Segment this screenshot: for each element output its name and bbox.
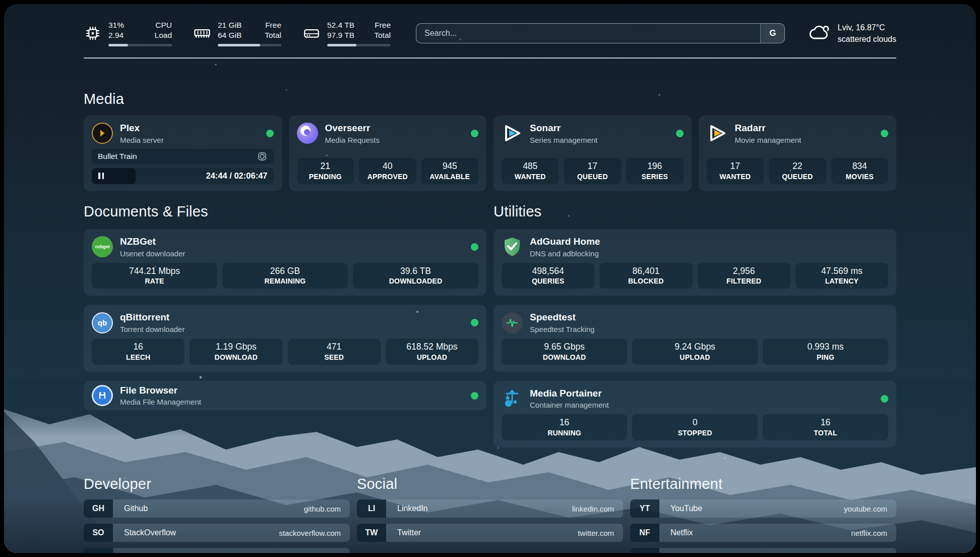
- documents-section-title: Documents & Files: [84, 203, 486, 220]
- service-card-nzbget[interactable]: nzbget NZBGet Usenet downloader 744.21 M…: [84, 229, 486, 296]
- cpu-usage-value: 31%: [108, 20, 124, 30]
- service-card-adguard[interactable]: AdGuard Home DNS and adblocking 498,564 …: [494, 229, 896, 296]
- stat-box: 618.52 Mbps UPLOAD: [386, 339, 478, 365]
- header-divider: [84, 58, 896, 59]
- load-label: Load: [155, 30, 172, 40]
- service-description: DNS and adblocking: [530, 249, 600, 258]
- ram-total-value: 64 GiB: [218, 30, 241, 40]
- stat-label: WANTED: [709, 172, 762, 182]
- search-input[interactable]: [416, 24, 760, 43]
- stat-box: 0.993 ms PING: [763, 339, 888, 365]
- stat-value: 47.569 ms: [798, 265, 886, 277]
- status-online-dot: [881, 130, 888, 137]
- stat-label: LATENCY: [798, 276, 886, 286]
- status-online-dot: [676, 130, 684, 137]
- bookmark-name: YouTube: [670, 504, 702, 513]
- bookmark-name: Twitter: [397, 528, 421, 537]
- stat-box: 9.65 Gbps DOWNLOAD: [502, 339, 627, 365]
- sonarr-icon: [502, 123, 523, 144]
- playback-progress-bar[interactable]: 24:44 / 02:06:47: [92, 168, 274, 184]
- stat-value: 9.65 Gbps: [504, 341, 625, 353]
- stat-label: REMAINING: [224, 276, 346, 286]
- weather-location-temperature: Lviv, 16.87°C: [837, 22, 896, 33]
- bookmark-github[interactable]: GH Github github.com: [84, 499, 350, 518]
- playback-time: 24:44 / 02:06:47: [206, 171, 273, 181]
- stat-box: 1.19 Gbps DOWNLOAD: [190, 339, 282, 365]
- stat-box: 498,564 QUERIES: [502, 263, 594, 289]
- stat-label: LEECH: [94, 353, 182, 362]
- stat-value: 0.993 ms: [765, 341, 886, 353]
- cpu-progress-track: [108, 44, 172, 46]
- stat-value: 40: [361, 160, 414, 172]
- bookmark-abbr: GH: [84, 499, 113, 518]
- bookmark-linkedin[interactable]: LI LinkedIn linkedin.com: [357, 499, 623, 518]
- bookmark-name: Github: [124, 504, 148, 513]
- stat-box: 16 RUNNING: [502, 414, 627, 440]
- service-description: Movie management: [735, 136, 802, 144]
- stat-label: APPROVED: [361, 172, 414, 182]
- stat-label: FILTERED: [700, 276, 788, 286]
- bookmark-name: StackOverflow: [124, 528, 176, 537]
- stat-value: 22: [771, 160, 824, 172]
- stat-box: 17 WANTED: [707, 158, 764, 184]
- qbittorrent-icon-text: qb: [98, 318, 107, 327]
- now-playing-row: Bullet Train: [92, 149, 274, 164]
- utilities-column: Utilities AdGuard: [494, 203, 896, 448]
- search-engine-button[interactable]: G: [760, 24, 784, 43]
- search-bar[interactable]: G: [416, 23, 785, 43]
- stat-label: DOWNLOAD: [192, 353, 280, 362]
- service-card-overseerr[interactable]: Overseerr Media Requests 21 PENDING 40 A…: [289, 116, 487, 191]
- ram-progress-fill: [218, 44, 260, 46]
- service-card-qbittorrent[interactable]: qb qBittorrent Torrent downloader 16 LEE…: [84, 305, 486, 371]
- playback-played-segment: [92, 168, 136, 184]
- ram-total-label: Total: [265, 30, 281, 40]
- stat-label: TOTAL: [765, 428, 886, 438]
- stat-box: 0 STOPPED: [632, 414, 758, 440]
- service-card-sonarr[interactable]: Sonarr Series management 485 WANTED 17 Q…: [494, 116, 692, 191]
- stat-value: 16: [765, 417, 886, 428]
- service-card-portainer[interactable]: Media Portainer Container management 16 …: [494, 381, 896, 448]
- service-card-speedtest[interactable]: Speedtest Speedtest Tracking 9.65 Gbps D…: [494, 305, 896, 371]
- top-bar: 31% 2.94 CPU Load: [84, 21, 896, 45]
- bookmark-netflix[interactable]: NF Netflix netflix.com: [630, 524, 896, 542]
- bookmark-youtube[interactable]: YT YouTube youtube.com: [630, 499, 896, 518]
- disk-total-value: 97.9 TB: [327, 30, 354, 40]
- status-online-dot: [471, 130, 478, 137]
- utilities-section-title: Utilities: [494, 203, 896, 220]
- weather-widget: Lviv, 16.87°C scattered clouds: [808, 22, 896, 45]
- now-playing-icon: [257, 151, 268, 162]
- bookmark-name: DEV: [124, 552, 141, 553]
- system-stats: 31% 2.94 CPU Load: [84, 20, 391, 47]
- bookmark-url: github.com: [304, 505, 341, 513]
- stat-box: 21 PENDING: [297, 158, 354, 184]
- radarr-icon: [707, 123, 728, 144]
- service-description: Media Requests: [325, 136, 380, 144]
- service-card-filebrowser[interactable]: File Browser Media File Management: [84, 381, 486, 411]
- stat-value: 744.21 Mbps: [94, 265, 215, 277]
- bookmark-reddit[interactable]: RE Reddit reddit.com: [630, 548, 896, 553]
- stat-value: 471: [290, 341, 379, 353]
- developer-bookmarks: Developer GH Github github.com SO StackO…: [84, 476, 350, 553]
- bookmark-twitter[interactable]: TW Twitter twitter.com: [357, 524, 623, 542]
- stat-label: STOPPED: [634, 428, 756, 438]
- scattered-clouds-icon: [808, 22, 830, 44]
- stat-value: 16: [94, 341, 182, 353]
- bookmark-abbr: LI: [357, 499, 386, 518]
- bookmark-dev[interactable]: DT DEV dev.to: [84, 548, 350, 553]
- stat-value: 1.19 Gbps: [192, 341, 280, 353]
- stat-label: DOWNLOADED: [355, 276, 476, 286]
- service-name: Plex: [120, 123, 164, 134]
- adguard-icon: [502, 236, 523, 257]
- bookmark-stackoverflow[interactable]: SO StackOverflow stackoverflow.com: [84, 524, 350, 542]
- bookmark-name: Reddit: [670, 552, 694, 553]
- service-card-plex[interactable]: Plex Media server Bullet Train 24:44 / 0: [84, 116, 282, 191]
- stat-box: 471 SEED: [288, 339, 381, 365]
- bookmark-abbr: SO: [84, 524, 113, 542]
- service-name: qBittorrent: [120, 312, 185, 323]
- stat-box: 39.6 TB DOWNLOADED: [353, 263, 478, 289]
- service-name: NZBGet: [120, 236, 185, 248]
- pause-button[interactable]: [98, 173, 104, 179]
- stat-label: SERIES: [628, 172, 682, 182]
- service-card-radarr[interactable]: Radarr Movie management 17 WANTED 22 QUE…: [699, 116, 897, 191]
- stat-label: UPLOAD: [388, 353, 476, 362]
